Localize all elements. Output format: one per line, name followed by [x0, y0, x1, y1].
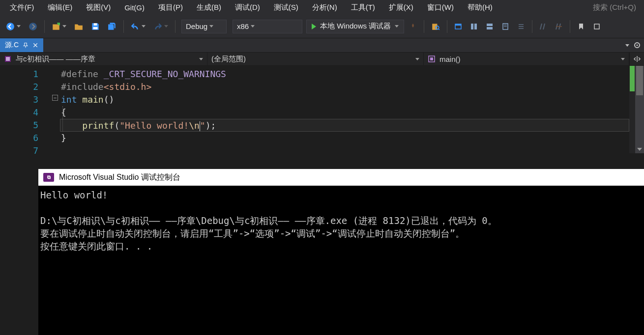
open-file-button[interactable] — [71, 19, 86, 34]
vertical-scrollbar[interactable] — [635, 66, 644, 153]
code-token: #define — [61, 69, 104, 79]
line-number-gutter: 1 2 3 4 5 6 7 — [0, 66, 52, 153]
code-token: \n — [189, 120, 200, 131]
fold-toggle[interactable]: − — [52, 95, 58, 101]
hot-reload-button[interactable] — [406, 19, 420, 34]
redo-button[interactable] — [150, 19, 171, 34]
menu-extensions[interactable]: 扩展(X) — [382, 1, 420, 14]
file-tab-active[interactable]: 源.C — [0, 38, 43, 52]
svg-rect-5 — [94, 23, 97, 26]
new-project-button[interactable] — [49, 19, 69, 34]
console-title-text: Microsoft Visual Studio 调试控制台 — [59, 172, 180, 183]
toolbar-button[interactable] — [498, 19, 512, 34]
svg-line-21 — [540, 24, 542, 29]
undo-button[interactable] — [128, 19, 148, 34]
save-button[interactable] — [88, 19, 103, 34]
svg-rect-4 — [93, 27, 98, 29]
svg-rect-12 — [474, 24, 477, 29]
scroll-down-button[interactable] — [635, 145, 644, 153]
line-number: 5 — [0, 119, 38, 132]
code-token: printf — [82, 120, 114, 131]
indent-guide — [62, 106, 63, 132]
svg-rect-32 — [6, 57, 10, 61]
svg-rect-34 — [430, 57, 433, 60]
code-token: " — [200, 120, 205, 131]
menu-build[interactable]: 生成(B) — [190, 1, 228, 14]
scrollbar-thumb[interactable] — [636, 66, 643, 95]
menu-help[interactable]: 帮助(H) — [461, 1, 499, 14]
solution-config-dropdown[interactable]: Debug — [181, 20, 227, 33]
toolbar-separator — [44, 20, 45, 33]
project-scope-dropdown[interactable]: 与c初相识—— ——序章 — [0, 53, 207, 65]
menu-test[interactable]: 测试(S) — [267, 1, 305, 14]
menu-edit[interactable]: 编辑(E) — [41, 1, 79, 14]
class-scope-dropdown[interactable]: (全局范围) — [207, 53, 424, 65]
toolbar-button[interactable] — [451, 19, 465, 34]
toolbar-button[interactable] — [483, 19, 497, 34]
global-search[interactable]: 搜索 (Ctrl+Q) — [588, 1, 641, 14]
chevron-down-icon — [415, 58, 419, 60]
svg-point-1 — [29, 23, 37, 30]
svg-line-8 — [439, 28, 439, 29]
svg-rect-26 — [594, 24, 599, 29]
menu-view[interactable]: 视图(V) — [79, 1, 117, 14]
project-icon — [4, 55, 12, 63]
toolbar-button[interactable] — [467, 19, 481, 34]
chevron-down-icon — [142, 25, 146, 28]
solution-platform-value: x86 — [237, 22, 249, 30]
menu-debug[interactable]: 调试(D) — [228, 1, 267, 14]
play-icon — [312, 24, 316, 29]
pin-icon[interactable] — [23, 42, 29, 48]
toolbar-button[interactable] — [514, 19, 528, 34]
line-number: 1 — [0, 68, 38, 81]
svg-point-3 — [58, 24, 59, 25]
solution-config-value: Debug — [186, 22, 207, 30]
editor-tab-row: 源.C — [0, 38, 644, 52]
svg-rect-2 — [53, 24, 59, 29]
find-in-files-button[interactable] — [428, 19, 443, 34]
console-output[interactable]: Hello world! D:\与C初相识\与c初相识—— ——序章\Debug… — [38, 186, 644, 335]
svg-rect-13 — [487, 24, 493, 26]
close-tab-icon[interactable] — [32, 42, 38, 48]
line-number: 3 — [0, 93, 38, 106]
debug-console-window: ⧉ Microsoft Visual Studio 调试控制台 Hello wo… — [38, 169, 644, 335]
menu-window[interactable]: 窗口(W) — [420, 1, 461, 14]
split-editor-button[interactable] — [629, 53, 644, 65]
menu-tools[interactable]: 工具(T) — [344, 1, 382, 14]
comment-button[interactable] — [536, 19, 550, 34]
code-token: main — [82, 94, 103, 105]
code-token — [61, 120, 82, 131]
save-all-button[interactable] — [105, 19, 119, 34]
uncomment-button[interactable] — [552, 19, 566, 34]
menu-analyze[interactable]: 分析(N) — [305, 1, 344, 14]
console-titlebar[interactable]: ⧉ Microsoft Visual Studio 调试控制台 — [38, 169, 644, 186]
code-editor[interactable]: 1 2 3 4 5 6 7 − #define _CRT_SECURE_NO_W… — [0, 66, 644, 153]
chevron-down-icon — [164, 25, 168, 28]
bookmark-button[interactable] — [574, 19, 588, 34]
code-token: #include — [61, 82, 104, 92]
svg-rect-10 — [455, 24, 461, 26]
main-toolbar: Debug x86 本地 Windows 调试器 — [0, 15, 644, 38]
toolbar-separator — [424, 20, 424, 33]
class-scope-value: (全局范围) — [211, 55, 415, 64]
solution-platform-dropdown[interactable]: x86 — [233, 20, 302, 33]
menu-git[interactable]: Git(G) — [117, 1, 151, 14]
gear-icon[interactable] — [633, 41, 641, 49]
function-scope-dropdown[interactable]: main() — [424, 53, 629, 65]
overview-ruler[interactable] — [629, 66, 635, 153]
line-number: 2 — [0, 81, 38, 93]
svg-rect-11 — [471, 24, 473, 29]
function-scope-value: main() — [439, 55, 621, 63]
code-token: { — [61, 107, 66, 117]
tab-overflow-dropdown[interactable] — [625, 44, 629, 47]
file-tab-label: 源.C — [5, 41, 19, 50]
menu-file[interactable]: 文件(F) — [3, 1, 41, 14]
toolbar-separator — [175, 20, 176, 33]
navigate-back-button[interactable] — [3, 19, 24, 34]
menu-project[interactable]: 项目(P) — [151, 1, 190, 14]
code-area[interactable]: #define _CRT_SECURE_NO_WARNINGS #include… — [61, 66, 629, 153]
navigate-forward-button[interactable] — [26, 19, 40, 34]
chevron-down-icon — [251, 25, 255, 28]
start-debugging-button[interactable]: 本地 Windows 调试器 — [306, 20, 404, 33]
toolbar-button[interactable] — [590, 19, 604, 34]
